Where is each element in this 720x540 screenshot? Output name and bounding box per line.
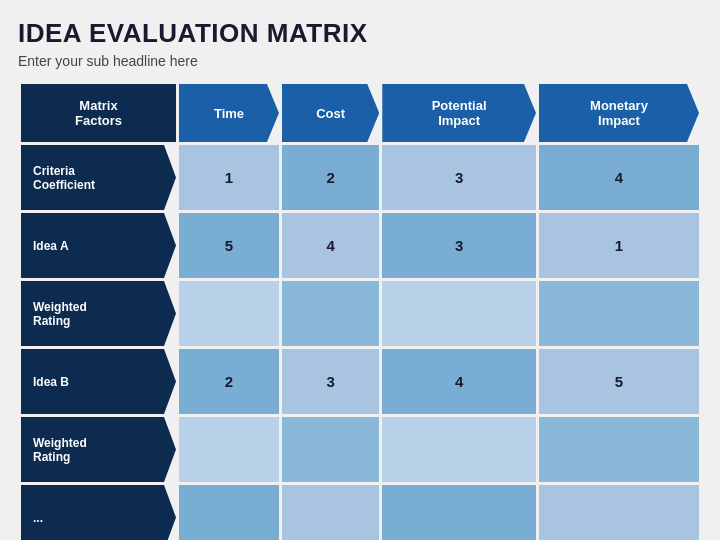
page-wrapper: IDEA EVALUATION MATRIX Enter your sub he… xyxy=(0,0,720,540)
cell-value: 1 xyxy=(539,213,699,278)
cell-value xyxy=(282,281,379,346)
cell-value: 3 xyxy=(282,349,379,414)
row-label: ... xyxy=(21,485,176,540)
col-cost: Cost xyxy=(282,84,379,142)
cell-value xyxy=(539,485,699,540)
table-row: Weighted Rating xyxy=(21,281,699,346)
page-title: IDEA EVALUATION MATRIX xyxy=(18,18,702,49)
cell-value xyxy=(382,417,536,482)
row-label: Weighted Rating xyxy=(21,417,176,482)
page-subtitle: Enter your sub headline here xyxy=(18,53,702,69)
table-row: Weighted Rating xyxy=(21,417,699,482)
cell-value xyxy=(179,417,279,482)
cell-value: 2 xyxy=(179,349,279,414)
row-label: Weighted Rating xyxy=(21,281,176,346)
cell-value xyxy=(382,485,536,540)
table-body: Criteria Coefficient1234Idea A5431Weight… xyxy=(21,145,699,540)
table-row: Idea B2345 xyxy=(21,349,699,414)
row-label: Idea B xyxy=(21,349,176,414)
col-matrix-factors: Matrix Factors xyxy=(21,84,176,142)
cell-value xyxy=(539,281,699,346)
cell-value: 5 xyxy=(539,349,699,414)
cell-value: 4 xyxy=(282,213,379,278)
table-row: ... xyxy=(21,485,699,540)
col-monetary-impact: Monetary Impact xyxy=(539,84,699,142)
matrix-table: Matrix Factors Time Cost Potential Impac… xyxy=(18,81,702,540)
header-row: Matrix Factors Time Cost Potential Impac… xyxy=(21,84,699,142)
cell-value xyxy=(282,417,379,482)
table-row: Criteria Coefficient1234 xyxy=(21,145,699,210)
cell-value: 5 xyxy=(179,213,279,278)
cell-value: 3 xyxy=(382,145,536,210)
cell-value xyxy=(539,417,699,482)
table-row: Idea A5431 xyxy=(21,213,699,278)
cell-value: 2 xyxy=(282,145,379,210)
cell-value xyxy=(179,485,279,540)
cell-value: 4 xyxy=(382,349,536,414)
row-label: Idea A xyxy=(21,213,176,278)
col-potential-impact: Potential Impact xyxy=(382,84,536,142)
cell-value: 3 xyxy=(382,213,536,278)
cell-value xyxy=(179,281,279,346)
cell-value xyxy=(282,485,379,540)
col-time: Time xyxy=(179,84,279,142)
cell-value: 4 xyxy=(539,145,699,210)
cell-value xyxy=(382,281,536,346)
cell-value: 1 xyxy=(179,145,279,210)
row-label: Criteria Coefficient xyxy=(21,145,176,210)
